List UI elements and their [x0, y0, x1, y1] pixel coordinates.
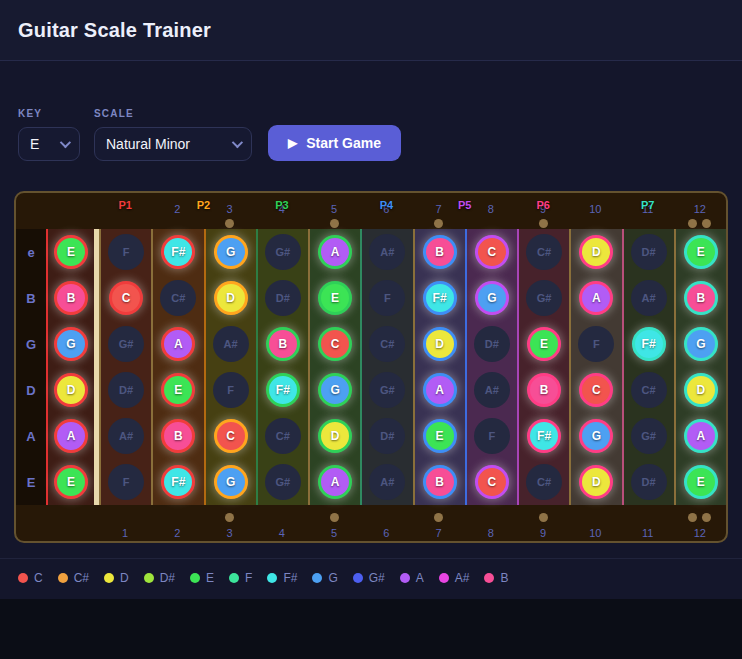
- note-G-string-fret-8[interactable]: D#: [474, 326, 510, 362]
- fret-inlay-cell: [99, 217, 151, 229]
- note-e-string-fret-8[interactable]: C: [475, 235, 509, 269]
- note-G-string-fret-3[interactable]: A#: [213, 326, 249, 362]
- fret-cell: E: [674, 459, 726, 505]
- legend-color-dot: [229, 573, 239, 583]
- note-B-string-fret-11[interactable]: A#: [631, 280, 667, 316]
- note-E-string-fret-1[interactable]: F: [108, 464, 144, 500]
- fret-cell: G: [204, 229, 256, 275]
- note-A-string-fret-5[interactable]: D: [318, 419, 352, 453]
- position-label-p2: P2: [197, 199, 210, 211]
- note-E-string-fret-0[interactable]: E: [54, 465, 88, 499]
- top-fret-number: 12: [674, 200, 726, 217]
- note-B-string-fret-0[interactable]: B: [54, 281, 88, 315]
- note-B-string-fret-3[interactable]: D: [214, 281, 248, 315]
- note-E-string-fret-11[interactable]: D#: [631, 464, 667, 500]
- note-G-string-fret-1[interactable]: G#: [108, 326, 144, 362]
- note-D-string-fret-8[interactable]: A#: [474, 372, 510, 408]
- note-B-string-fret-5[interactable]: E: [318, 281, 352, 315]
- top-fret-number: 2: [151, 200, 203, 217]
- note-e-string-fret-11[interactable]: D#: [631, 234, 667, 270]
- note-G-string-fret-4[interactable]: B: [266, 327, 300, 361]
- legend-item-g-sharp: G#: [353, 571, 385, 585]
- note-D-string-fret-9[interactable]: B: [527, 373, 561, 407]
- fret-cell: B: [413, 229, 465, 275]
- note-A-string-fret-7[interactable]: E: [423, 419, 457, 453]
- note-E-string-fret-2[interactable]: F#: [161, 465, 195, 499]
- note-D-string-fret-5[interactable]: G: [318, 373, 352, 407]
- note-E-string-fret-10[interactable]: D: [579, 465, 613, 499]
- chevron-down-icon: [232, 137, 243, 148]
- note-D-string-fret-10[interactable]: C: [579, 373, 613, 407]
- note-G-string-fret-11[interactable]: F#: [632, 327, 666, 361]
- note-A-string-fret-0[interactable]: A: [54, 419, 88, 453]
- legend-item-c-sharp: C#: [58, 571, 89, 585]
- note-G-string-fret-12[interactable]: G: [684, 327, 718, 361]
- note-E-string-fret-4[interactable]: G#: [265, 464, 301, 500]
- note-B-string-fret-8[interactable]: G: [475, 281, 509, 315]
- note-A-string-fret-10[interactable]: G: [579, 419, 613, 453]
- note-e-string-fret-0[interactable]: E: [54, 235, 88, 269]
- note-A-string-fret-3[interactable]: C: [214, 419, 248, 453]
- note-A-string-fret-6[interactable]: D#: [369, 418, 405, 454]
- note-B-string-fret-12[interactable]: B: [684, 281, 718, 315]
- note-A-string-fret-12[interactable]: A: [684, 419, 718, 453]
- note-A-string-fret-8[interactable]: F: [474, 418, 510, 454]
- note-G-string-fret-5[interactable]: C: [318, 327, 352, 361]
- note-e-string-fret-5[interactable]: A: [318, 235, 352, 269]
- note-A-string-fret-11[interactable]: G#: [631, 418, 667, 454]
- note-E-string-fret-7[interactable]: B: [423, 465, 457, 499]
- note-B-string-fret-2[interactable]: C#: [160, 280, 196, 316]
- fret-inlay-cell: [622, 217, 674, 229]
- note-e-string-fret-6[interactable]: A#: [369, 234, 405, 270]
- fret-cell: A#: [360, 459, 412, 505]
- note-B-string-fret-10[interactable]: A: [579, 281, 613, 315]
- legend-color-dot: [439, 573, 449, 583]
- note-A-string-fret-4[interactable]: C#: [265, 418, 301, 454]
- note-G-string-fret-6[interactable]: C#: [369, 326, 405, 362]
- note-G-string-fret-0[interactable]: G: [54, 327, 88, 361]
- note-G-string-fret-2[interactable]: A: [161, 327, 195, 361]
- note-B-string-fret-6[interactable]: F: [369, 280, 405, 316]
- fret-cell: A: [674, 413, 726, 459]
- note-D-string-fret-0[interactable]: D: [54, 373, 88, 407]
- start-game-button[interactable]: ▶ Start Game: [268, 125, 401, 161]
- note-e-string-fret-10[interactable]: D: [579, 235, 613, 269]
- note-D-string-fret-12[interactable]: D: [684, 373, 718, 407]
- note-G-string-fret-10[interactable]: F: [578, 326, 614, 362]
- note-E-string-fret-3[interactable]: G: [214, 465, 248, 499]
- note-D-string-fret-11[interactable]: C#: [631, 372, 667, 408]
- note-e-string-fret-12[interactable]: E: [684, 235, 718, 269]
- note-B-string-fret-9[interactable]: G#: [526, 280, 562, 316]
- note-e-string-fret-1[interactable]: F: [108, 234, 144, 270]
- note-B-string-fret-1[interactable]: C: [109, 281, 143, 315]
- note-A-string-fret-9[interactable]: F#: [527, 419, 561, 453]
- scale-select[interactable]: Natural Minor: [94, 127, 252, 161]
- note-G-string-fret-9[interactable]: E: [527, 327, 561, 361]
- note-G-string-fret-7[interactable]: D: [423, 327, 457, 361]
- note-e-string-fret-4[interactable]: G#: [265, 234, 301, 270]
- note-B-string-fret-4[interactable]: D#: [265, 280, 301, 316]
- note-B-string-fret-7[interactable]: F#: [423, 281, 457, 315]
- fret-cell: A#: [360, 229, 412, 275]
- key-select[interactable]: E: [18, 127, 80, 161]
- note-e-string-fret-7[interactable]: B: [423, 235, 457, 269]
- note-D-string-fret-4[interactable]: F#: [266, 373, 300, 407]
- note-A-string-fret-2[interactable]: B: [161, 419, 195, 453]
- note-E-string-fret-9[interactable]: C#: [526, 464, 562, 500]
- controls-bar: KEY E SCALE Natural Minor ▶ Start Game: [0, 61, 742, 161]
- note-E-string-fret-5[interactable]: A: [318, 465, 352, 499]
- note-A-string-fret-1[interactable]: A#: [108, 418, 144, 454]
- note-E-string-fret-8[interactable]: C: [475, 465, 509, 499]
- legend-item-d-sharp: D#: [144, 571, 175, 585]
- note-e-string-fret-3[interactable]: G: [214, 235, 248, 269]
- legend-color-dot: [190, 573, 200, 583]
- note-D-string-fret-1[interactable]: D#: [108, 372, 144, 408]
- note-D-string-fret-3[interactable]: F: [213, 372, 249, 408]
- note-E-string-fret-6[interactable]: A#: [369, 464, 405, 500]
- note-D-string-fret-7[interactable]: A: [423, 373, 457, 407]
- note-e-string-fret-2[interactable]: F#: [161, 235, 195, 269]
- note-D-string-fret-2[interactable]: E: [161, 373, 195, 407]
- note-e-string-fret-9[interactable]: C#: [526, 234, 562, 270]
- note-D-string-fret-6[interactable]: G#: [369, 372, 405, 408]
- note-E-string-fret-12[interactable]: E: [684, 465, 718, 499]
